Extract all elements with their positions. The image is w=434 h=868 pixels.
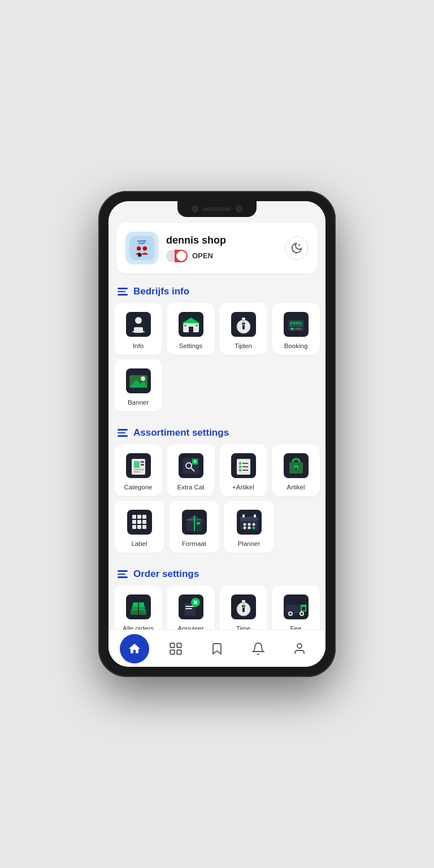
svg-rect-116: [170, 650, 175, 654]
svg-point-4: [143, 246, 147, 251]
phone-notch: [177, 201, 257, 217]
fee-icon-box: [283, 593, 310, 620]
tijden-item[interactable]: Tijden: [219, 303, 267, 355]
nav-profile[interactable]: [285, 634, 314, 663]
extracat-icon: +: [179, 453, 203, 478]
banner-item[interactable]: Banner: [114, 359, 162, 411]
planner-label: Planner: [238, 540, 261, 547]
fee-item[interactable]: Fee: [272, 585, 320, 630]
categorie-item[interactable]: Categorie: [114, 444, 162, 496]
time-label: Time: [236, 625, 250, 630]
svg-point-85: [248, 527, 250, 530]
svg-rect-9: [134, 327, 143, 333]
bell-icon: [251, 641, 265, 656]
svg-rect-80: [254, 514, 256, 518]
nav-bell[interactable]: [244, 634, 273, 663]
svg-rect-109: [302, 607, 305, 610]
svg-rect-61: [132, 515, 136, 519]
settings-label: Settings: [179, 342, 203, 349]
extracat-label: Extra Cat: [177, 484, 205, 491]
svg-rect-65: [137, 520, 141, 524]
info-item[interactable]: Info: [114, 303, 162, 355]
shop-info: dennis shop OPEN: [166, 235, 277, 262]
svg-text:+: +: [193, 459, 196, 465]
svg-rect-29: [296, 322, 298, 324]
time-item[interactable]: Time: [219, 585, 267, 630]
svg-rect-63: [142, 515, 146, 519]
svg-rect-52: [239, 466, 241, 468]
section-bedrijfs-title: Bedrijfs info: [133, 286, 189, 297]
svg-point-8: [135, 317, 142, 324]
menu-lines-icon: [118, 288, 128, 296]
svg-rect-101: [242, 600, 245, 602]
speaker: [203, 207, 231, 211]
shop-toggle-row: OPEN: [166, 250, 277, 262]
camera: [192, 206, 198, 212]
svg-rect-64: [132, 520, 136, 524]
settings-item[interactable]: Settings: [167, 303, 215, 355]
alle-orders-item[interactable]: Alle orders: [114, 585, 162, 630]
svg-rect-117: [177, 650, 181, 654]
booking-icon: [284, 312, 309, 337]
planner-item[interactable]: Planner: [224, 501, 274, 553]
annuleer-item[interactable]: Annuleer: [167, 585, 215, 630]
alle-orders-icon: [126, 594, 151, 619]
order-grid: Alle orders: [108, 585, 326, 630]
label-item[interactable]: Label: [114, 501, 164, 553]
svg-rect-26: [295, 328, 302, 330]
dark-mode-button[interactable]: [285, 236, 309, 260]
booking-item[interactable]: Booking: [272, 303, 320, 355]
phone-screen: DENNIS SHOP dennis shop: [108, 201, 326, 667]
section-order-title: Order settings: [133, 568, 199, 580]
bookmark-icon: [210, 641, 224, 656]
svg-point-86: [252, 527, 255, 530]
banner-icon-box: [125, 367, 152, 394]
info-label: Info: [133, 342, 144, 349]
extracat-item[interactable]: + Extra Cat: [167, 444, 215, 496]
svg-rect-75: [197, 522, 200, 524]
home-icon: [120, 634, 149, 663]
svg-rect-54: [239, 469, 241, 471]
svg-point-81: [243, 523, 246, 526]
profile-icon: [293, 641, 306, 656]
shop-name: dennis shop: [166, 235, 277, 246]
time-icon-box: [230, 593, 257, 620]
svg-rect-66: [142, 520, 146, 524]
planner-icon-box: [236, 509, 263, 536]
shop-logo[interactable]: DENNIS SHOP: [125, 232, 158, 264]
svg-rect-115: [177, 643, 181, 648]
svg-point-83: [252, 523, 255, 526]
svg-point-13: [184, 324, 186, 327]
label-icon-box: [126, 509, 153, 536]
svg-rect-68: [137, 525, 141, 529]
tijden-icon-box: [230, 311, 257, 338]
categorie-icon: [126, 453, 151, 478]
svg-rect-12: [189, 327, 193, 332]
section-assortiment-header: Assortiment settings: [108, 419, 326, 444]
assortiment-row-1: Categorie +: [114, 444, 320, 496]
nav-grid[interactable]: [161, 634, 190, 663]
assortiment-row-2: Label: [114, 501, 320, 553]
svg-rect-27: [290, 322, 292, 324]
annuleer-icon-box: [177, 593, 205, 620]
svg-point-3: [137, 246, 141, 251]
svg-point-82: [248, 523, 250, 526]
open-toggle[interactable]: [166, 250, 188, 262]
svg-point-105: [242, 606, 245, 608]
nav-home[interactable]: [120, 634, 149, 663]
artikel-item[interactable]: Artikel: [272, 444, 320, 496]
svg-point-113: [301, 613, 303, 615]
tijden-icon: [231, 312, 256, 337]
annuleer-icon: [179, 594, 203, 619]
artikel-add-item[interactable]: +Artikel: [219, 444, 267, 496]
nav-bookmark[interactable]: [202, 634, 232, 663]
formaat-item[interactable]: Formaat: [169, 501, 219, 553]
svg-point-21: [242, 323, 245, 326]
grid-icon: [168, 641, 183, 656]
info-icon: [126, 312, 151, 337]
svg-point-14: [196, 324, 198, 327]
shop-header: DENNIS SHOP dennis shop: [116, 223, 318, 274]
booking-label: Booking: [284, 342, 308, 349]
moon-icon: [290, 242, 303, 254]
open-label: OPEN: [192, 251, 213, 260]
